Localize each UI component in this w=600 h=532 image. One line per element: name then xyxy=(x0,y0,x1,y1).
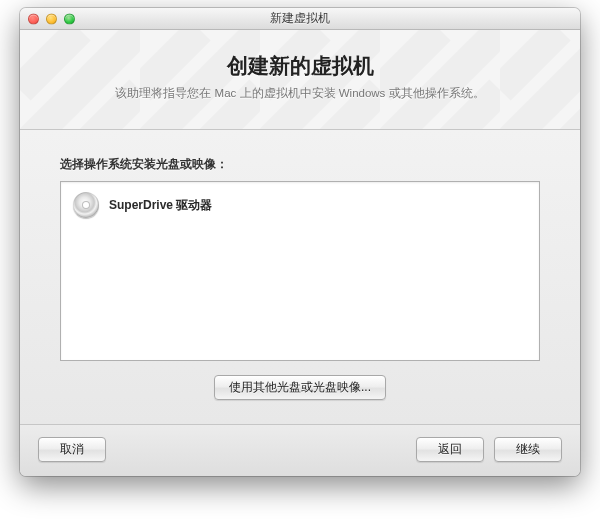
titlebar: 新建虚拟机 xyxy=(20,8,580,30)
page-subtitle: 该助理将指导您在 Mac 上的虚拟机中安装 Windows 或其他操作系统。 xyxy=(40,86,560,101)
window-title: 新建虚拟机 xyxy=(28,10,572,27)
disc-icon xyxy=(73,192,99,218)
continue-button[interactable]: 继续 xyxy=(494,437,562,462)
section-label: 选择操作系统安装光盘或映像： xyxy=(60,156,540,173)
page-title: 创建新的虚拟机 xyxy=(40,52,560,80)
list-item-label: SuperDrive 驱动器 xyxy=(109,197,212,214)
header-pane: 创建新的虚拟机 该助理将指导您在 Mac 上的虚拟机中安装 Windows 或其… xyxy=(20,30,580,130)
wizard-window: 新建虚拟机 创建新的虚拟机 该助理将指导您在 Mac 上的虚拟机中安装 Wind… xyxy=(20,8,580,476)
zoom-icon[interactable] xyxy=(64,13,75,24)
below-list-row: 使用其他光盘或光盘映像... xyxy=(60,361,540,406)
close-icon[interactable] xyxy=(28,13,39,24)
minimize-icon[interactable] xyxy=(46,13,57,24)
content-pane: 选择操作系统安装光盘或映像： SuperDrive 驱动器 使用其他光盘或光盘映… xyxy=(20,130,580,424)
traffic-lights xyxy=(28,13,75,24)
use-other-disc-button[interactable]: 使用其他光盘或光盘映像... xyxy=(214,375,386,400)
install-source-list[interactable]: SuperDrive 驱动器 xyxy=(60,181,540,361)
list-item[interactable]: SuperDrive 驱动器 xyxy=(61,182,539,228)
footer: 取消 返回 继续 xyxy=(20,424,580,476)
cancel-button[interactable]: 取消 xyxy=(38,437,106,462)
back-button[interactable]: 返回 xyxy=(416,437,484,462)
